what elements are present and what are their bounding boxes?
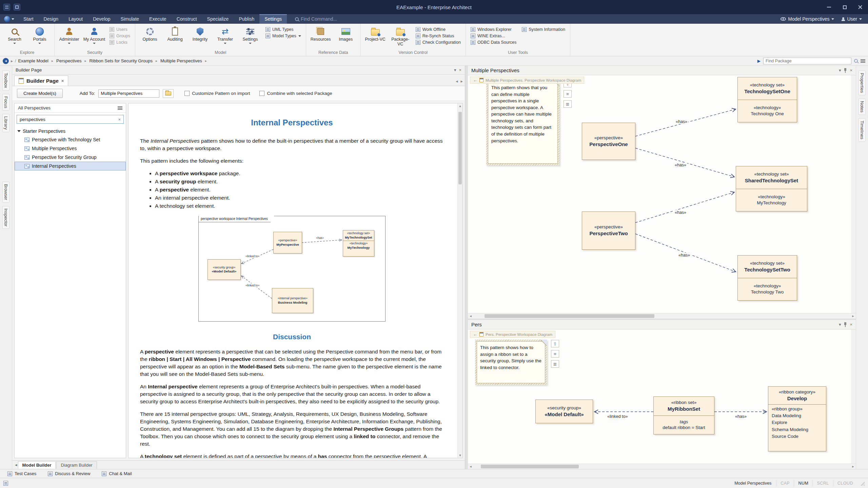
system-information-button[interactable]: System Information [522, 27, 565, 32]
dock-tab-properties[interactable]: Properties [859, 70, 866, 95]
clear-search-icon[interactable]: × [118, 117, 121, 122]
scroll-right-icon[interactable]: ▸ [850, 313, 856, 319]
add-to-input[interactable] [98, 89, 159, 98]
ribbon-tab-publish[interactable]: Publish [234, 14, 259, 24]
customize-pattern-checkbox[interactable]: Customize Pattern on import [184, 91, 250, 96]
scroll-up-icon[interactable]: ▴ [851, 329, 856, 334]
element-perspective-one[interactable]: «perspective»PerspectiveOne [582, 123, 635, 160]
ribbon-tab-settings[interactable]: Settings [259, 14, 287, 24]
element-perspective-two[interactable]: «perspective»PerspectiveTwo [582, 211, 635, 250]
back-arrow-icon[interactable]: ← [473, 78, 477, 83]
chevron-down-icon[interactable]: ▾ [839, 322, 841, 327]
dock-tab-timelines[interactable]: Timelines [859, 118, 866, 142]
tree-node-starter-perspectives[interactable]: Starter Perspectives [15, 127, 126, 135]
element-my-technology-set[interactable]: «technology set» MyTechnologySet «techno… [343, 230, 374, 257]
transfer-button[interactable]: ⇄Transfer [213, 25, 237, 50]
stack-icon[interactable]: ≣ [564, 100, 572, 108]
scroll-up-icon[interactable]: ▴ [458, 103, 462, 108]
diagram-canvas[interactable]: ← Multiple Perspectives. Perspective Wor… [468, 75, 856, 313]
diagram-canvas[interactable]: ← Pers. Perspective Workspace Diagram [468, 329, 856, 464]
groups-button[interactable]: Groups [110, 34, 130, 38]
tree-item[interactable]: Perspective for Security Group [15, 153, 126, 162]
back-arrow-icon[interactable]: ← [473, 332, 477, 337]
list-icon[interactable]: ≡ [551, 350, 559, 358]
model-types-button[interactable]: Model Types [265, 34, 301, 38]
document-scrollbar[interactable]: ▴ ▾ [457, 103, 462, 458]
windows-explorer-button[interactable]: Windows Explorer [471, 27, 516, 32]
diagram-breadcrumb[interactable]: ← Pers. Perspective Workspace Diagram [470, 331, 555, 338]
tree-item-selected[interactable]: Internal Perspectives [15, 162, 126, 170]
dock-tab-focus[interactable]: Focus [2, 94, 9, 110]
users-button[interactable]: Users [110, 27, 130, 32]
portals-button[interactable]: Portals [28, 25, 52, 50]
close-icon[interactable]: × [850, 68, 852, 73]
resources-button[interactable]: Resources [309, 25, 333, 50]
element-security-group[interactable]: «security group»«Model Default» [535, 400, 593, 423]
element-technology-set-one[interactable]: «technology set»TechnologySetOne «techno… [737, 77, 797, 122]
options-button[interactable]: Options [138, 25, 162, 50]
tab-diagram-builder[interactable]: Diagram Builder [56, 461, 97, 469]
work-offline-button[interactable]: Work Offline [416, 27, 461, 32]
arrow-up-icon[interactable]: ⇧ [551, 340, 559, 347]
breadcrumb-item[interactable]: Perspectives [56, 58, 81, 63]
close-icon[interactable]: × [459, 67, 461, 73]
odbc-data-sources-button[interactable]: ODBC Data Sources [471, 40, 516, 45]
model-perspectives-dropdown[interactable]: Model Perspectives [781, 16, 834, 22]
close-icon[interactable]: × [850, 322, 852, 327]
chevron-down-icon[interactable]: ▾ [454, 67, 456, 73]
wine-extras-button[interactable]: WINE Extras... [471, 34, 516, 38]
breadcrumb-item[interactable]: Ribbon Sets for Security Groups [89, 58, 152, 63]
element-business-modeling[interactable]: «internal perspective» Business Modeling [272, 288, 313, 313]
tab-scroll-left-icon[interactable]: ◂ [15, 462, 17, 467]
pin-icon[interactable] [844, 68, 847, 73]
scroll-up-icon[interactable]: ▴ [851, 75, 856, 80]
ribbon-tab-construct[interactable]: Construct [172, 14, 202, 24]
find-command-box[interactable]: Find Command... [292, 14, 340, 24]
images-button[interactable]: Images [334, 25, 358, 50]
back-button[interactable]: ◂ [3, 58, 9, 64]
dock-tab-toolbox[interactable]: Toolbox [2, 70, 9, 90]
element-ribbon-category-develop[interactable]: «ribbon category»Develop «ribbon group» … [768, 386, 826, 451]
breadcrumb-item[interactable]: Multiple Perspectives [160, 58, 202, 63]
tab-model-builder[interactable]: Model Builder [18, 461, 56, 469]
pattern-note[interactable]: This pattern shows that you can define m… [486, 80, 559, 165]
dock-tab-library[interactable]: Library [2, 114, 9, 132]
chevron-down-icon[interactable]: ▾ [839, 68, 841, 73]
locks-button[interactable]: Locks [110, 40, 130, 45]
check-configuration-button[interactable]: Check Configuration [416, 40, 461, 45]
ribbon-tab-simulate[interactable]: Simulate [116, 14, 144, 24]
diagram-breadcrumb[interactable]: ← Multiple Perspectives. Perspective Wor… [470, 77, 584, 84]
tree-item[interactable]: Perspective with Technology Set [15, 135, 126, 144]
scroll-right-icon[interactable]: ▸ [850, 464, 856, 469]
menu-icon[interactable] [861, 59, 865, 63]
uml-types-button[interactable]: UML Types [265, 27, 301, 32]
tab-scroll-right-icon[interactable]: ▸ [460, 79, 463, 84]
administer-button[interactable]: Administer [57, 25, 81, 50]
find-package-input[interactable] [763, 58, 851, 64]
search-button[interactable]: Search [3, 25, 26, 50]
diagram-vscrollbar[interactable]: ▴ ▾ [851, 329, 856, 464]
element-technology-set-two[interactable]: «technology set»TechnologySetTwo «techno… [737, 255, 797, 301]
ribbon-tab-develop[interactable]: Develop [88, 14, 115, 24]
list-icon[interactable]: ≡ [564, 90, 572, 98]
close-icon[interactable]: × [61, 78, 64, 83]
auditing-button[interactable]: Auditing [163, 25, 187, 50]
tree-item[interactable]: Multiple Perspectives [15, 144, 126, 153]
ribbon-tab-execute[interactable]: Execute [144, 14, 172, 24]
app-logo-button[interactable] [0, 14, 18, 24]
forward-button[interactable]: ▸ [11, 59, 13, 63]
scroll-left-icon[interactable]: ◂ [468, 464, 473, 469]
element-my-perspective[interactable]: «perspective» MyPerspective [273, 232, 302, 253]
dock-tab-discuss-review[interactable]: Discuss & Review [48, 471, 90, 476]
breadcrumb-item[interactable]: Example Model [18, 58, 48, 63]
perspectives-search-box[interactable]: perspectives × [17, 115, 124, 124]
element-my-ribbon-set[interactable]: «ribbon set»MyRibbonSet tagsdefault ribb… [653, 396, 714, 434]
dock-tab-chat-mail[interactable]: Chat & Mail [102, 471, 132, 476]
stack-icon[interactable]: ≣ [551, 360, 559, 368]
hamburger-menu-icon[interactable] [118, 106, 122, 110]
scroll-down-icon[interactable]: ▾ [851, 308, 856, 313]
dock-tab-notes[interactable]: Notes [859, 99, 866, 115]
dock-tab-inspector[interactable]: Inspector [2, 206, 9, 229]
integrity-button[interactable]: Integrity [188, 25, 212, 50]
ribbon-tab-design[interactable]: Design [39, 14, 64, 24]
